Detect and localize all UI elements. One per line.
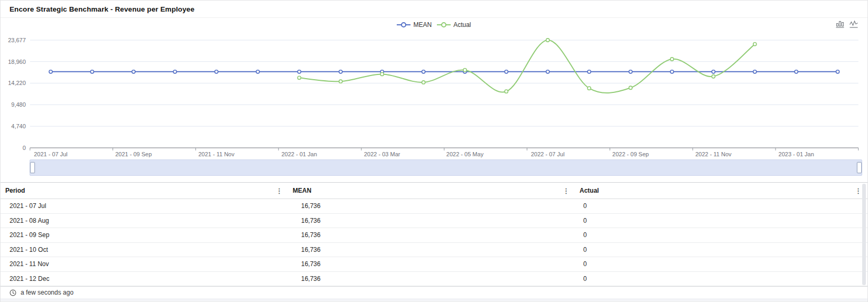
data-point-marker	[132, 70, 135, 73]
table-row: 2021 - 07 Jul16,7360	[1, 199, 867, 214]
x-axis-label: 2021 - 11 Nov	[198, 151, 235, 157]
data-point-marker	[380, 72, 384, 76]
data-point-marker	[173, 70, 176, 73]
cell-mean: 16,736	[288, 246, 575, 253]
data-point-marker	[712, 70, 715, 73]
data-point-marker	[587, 87, 591, 90]
horizontal-scrollbar-track[interactable]	[1, 298, 867, 301]
data-point-marker	[215, 70, 218, 73]
data-point-marker	[49, 70, 52, 73]
table-row: 2021 - 12 Dec16,7360	[1, 272, 867, 287]
x-axis-label: 2022 - 09 Sep	[612, 151, 649, 157]
table-row: 2021 - 09 Sep16,7360	[1, 228, 867, 243]
table-header: Period ⋮ MEAN ⋮ Actual ⋮	[1, 183, 867, 199]
data-point-marker	[422, 70, 425, 73]
cell-mean: 16,736	[288, 217, 575, 224]
data-point-marker	[629, 86, 632, 89]
data-point-marker	[339, 80, 342, 83]
page-title: Encore Strategic Benchmark - Revenue per…	[1, 1, 867, 18]
table-body: 2021 - 07 Jul16,73602021 - 08 Aug16,7360…	[1, 199, 867, 286]
cell-actual: 0	[575, 231, 867, 239]
data-point-marker	[339, 70, 342, 73]
cell-period: 2021 - 09 Sep	[1, 231, 288, 239]
scrollbar-thumb[interactable]	[862, 184, 866, 285]
column-menu-icon[interactable]: ⋮	[854, 187, 863, 194]
x-axis-label: 2022 - 05 May	[446, 151, 484, 157]
data-point-marker	[753, 70, 757, 73]
data-point-marker	[546, 70, 549, 73]
cell-actual: 0	[575, 246, 867, 253]
cell-actual: 0	[575, 217, 867, 224]
chart-series-actual	[299, 40, 754, 93]
data-point-marker	[297, 70, 301, 73]
data-point-marker	[670, 58, 674, 61]
data-point-marker	[629, 70, 632, 73]
table-row: 2021 - 08 Aug16,7360	[1, 214, 867, 229]
x-axis-label: 2021 - 07 Jul	[34, 151, 68, 157]
table-row: 2021 - 11 Nov16,7360	[1, 257, 867, 272]
clock-icon	[10, 289, 16, 296]
y-axis-label: 0	[23, 145, 26, 151]
data-point-marker	[753, 42, 757, 45]
chart-toolbar	[835, 19, 858, 28]
cell-period: 2021 - 07 Jul	[1, 202, 288, 210]
data-point-marker	[422, 81, 425, 84]
column-menu-icon[interactable]: ⋮	[275, 187, 284, 194]
chart-section: MEANActual 04,7409,48014,22018,96023,677…	[1, 18, 867, 183]
data-point-marker	[546, 39, 549, 42]
data-point-marker	[90, 70, 94, 73]
x-axis-label: 2022 - 01 Jan	[282, 151, 317, 157]
cell-actual: 0	[575, 275, 867, 282]
column-menu-icon[interactable]: ⋮	[562, 187, 571, 194]
data-point-marker	[587, 70, 591, 73]
data-point-marker	[505, 90, 508, 93]
column-header-period: Period ⋮	[1, 183, 288, 199]
table-vertical-scrollbar[interactable]	[862, 184, 866, 285]
cell-mean: 16,736	[288, 202, 575, 210]
data-table: Period ⋮ MEAN ⋮ Actual ⋮ 2021 - 07 Jul16…	[1, 183, 867, 286]
bar-chart-icon[interactable]	[835, 19, 844, 28]
x-axis-label: 2023 - 01 Jan	[779, 151, 814, 157]
y-axis-label: 9,480	[11, 101, 26, 108]
cell-mean: 16,736	[288, 231, 575, 239]
y-axis-label: 4,740	[11, 123, 26, 129]
table-row: 2021 - 10 Oct16,7360	[1, 243, 867, 258]
status-bar: a few seconds ago	[1, 286, 867, 298]
line-chart[interactable]: 04,7409,48014,22018,96023,6772021 - 07 J…	[1, 18, 868, 159]
y-axis-label: 18,960	[8, 59, 26, 65]
column-header-mean: MEAN ⋮	[288, 183, 575, 199]
dashboard-panel: Encore Strategic Benchmark - Revenue per…	[0, 0, 868, 302]
x-axis-label: 2022 - 07 Jul	[531, 151, 565, 157]
data-point-marker	[297, 76, 301, 79]
x-axis-label: 2022 - 03 Mar	[364, 151, 400, 157]
y-axis-label: 14,220	[8, 80, 26, 86]
cell-period: 2021 - 08 Aug	[1, 217, 288, 224]
column-label: Period	[5, 187, 25, 194]
cell-period: 2021 - 11 Nov	[1, 260, 288, 268]
data-point-marker	[795, 70, 798, 73]
data-point-marker	[670, 70, 674, 73]
cell-mean: 16,736	[288, 260, 575, 268]
cell-actual: 0	[575, 202, 867, 210]
column-label: MEAN	[293, 187, 311, 194]
cell-period: 2021 - 10 Oct	[1, 246, 288, 253]
data-point-marker	[712, 75, 715, 78]
cell-mean: 16,736	[288, 275, 575, 282]
x-axis-label: 2022 - 11 Nov	[695, 151, 732, 157]
slider-right-handle[interactable]	[857, 162, 862, 173]
line-chart-icon[interactable]	[849, 19, 858, 28]
cell-actual: 0	[575, 260, 867, 268]
column-label: Actual	[580, 187, 599, 194]
data-point-marker	[836, 70, 839, 73]
column-header-actual: Actual ⋮	[575, 183, 867, 199]
data-point-marker	[463, 69, 466, 72]
chart-range-slider[interactable]	[30, 159, 862, 176]
y-axis-label: 23,677	[8, 37, 26, 43]
slider-left-handle[interactable]	[30, 162, 35, 173]
data-point-marker	[256, 70, 259, 73]
cell-period: 2021 - 12 Dec	[1, 275, 288, 282]
x-axis-label: 2021 - 09 Sep	[115, 151, 152, 157]
data-point-marker	[505, 70, 508, 73]
last-updated-text: a few seconds ago	[21, 289, 73, 296]
